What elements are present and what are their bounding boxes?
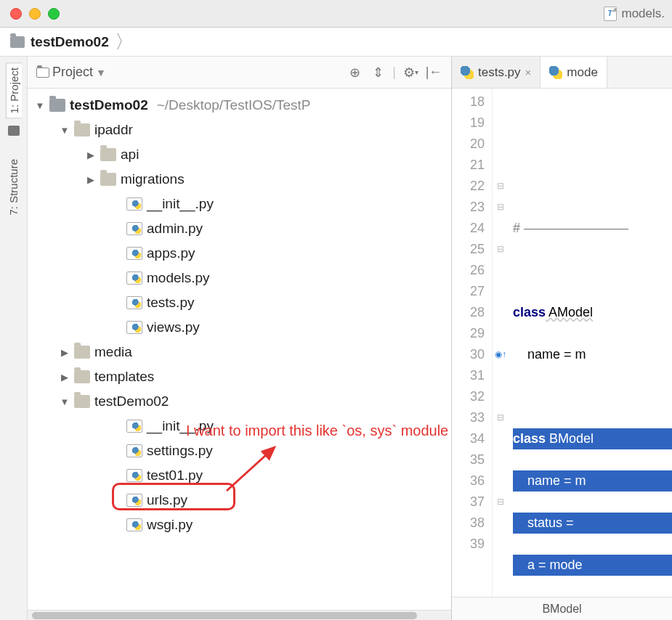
tree-folder-api[interactable]: api — [28, 142, 451, 167]
tree-file-settings[interactable]: settings.py — [28, 439, 451, 463]
editor-breadcrumb-label: BModel — [542, 603, 581, 616]
close-tab-icon[interactable]: × — [525, 66, 532, 78]
rail-tab-project[interactable]: 1: Project — [6, 62, 22, 118]
horizontal-scrollbar[interactable] — [28, 610, 451, 620]
disclosure-triangle-icon[interactable] — [86, 150, 96, 160]
python-file-icon — [126, 296, 142, 309]
tree-label: models.py — [147, 270, 210, 286]
close-window-button[interactable] — [10, 8, 22, 20]
tree-label: tests.py — [147, 295, 194, 311]
tree-label: admin.py — [147, 221, 203, 237]
tree-file-admin[interactable]: admin.py — [28, 216, 451, 241]
tree-label: testDemo02 — [94, 393, 169, 409]
disclosure-triangle-icon[interactable] — [35, 100, 45, 111]
python-file-icon — [126, 518, 142, 531]
tree-file-urls[interactable]: urls.py — [28, 488, 451, 513]
tree-label: media — [94, 344, 132, 360]
rail-tab-structure-label: 7: Structure — [7, 159, 20, 216]
minimize-window-button[interactable] — [29, 8, 41, 20]
workspace: 1: Project 7: Structure Project ▼ ⊕ ⇕ | … — [0, 57, 672, 620]
line-number-gutter[interactable]: 18 19 20 21 22 23 24 25 26 27 28 29 30 3… — [452, 89, 493, 597]
title-bar: models. — [0, 0, 672, 28]
editor-tabs: tests.py × mode — [452, 57, 672, 89]
editor-tab-models[interactable]: mode — [541, 57, 607, 88]
tree-label: urls.py — [147, 492, 187, 508]
breadcrumb[interactable]: testDemo02 〉 — [0, 28, 672, 57]
tree-file-views[interactable]: views.py — [28, 315, 451, 340]
project-view-label: Project — [52, 65, 93, 80]
folder-icon — [36, 68, 49, 78]
scrollbar-thumb[interactable] — [32, 612, 417, 619]
tree-file-models[interactable]: models.py — [28, 266, 451, 290]
python-file-icon — [126, 321, 142, 334]
tree-file-init[interactable]: __init__.py — [28, 192, 451, 216]
tree-label: wsgi.py — [147, 517, 193, 533]
zoom-window-button[interactable] — [48, 8, 60, 20]
tree-root-path: ~/Desktop/TestIOS/TestP — [157, 97, 311, 113]
project-panel-header: Project ▼ ⊕ ⇕ | ⚙▾ |← — [28, 57, 451, 89]
tab-label: mode — [567, 65, 598, 80]
editor-breadcrumb[interactable]: BModel — [452, 597, 672, 620]
hide-panel-icon[interactable]: |← — [425, 64, 442, 81]
disclosure-triangle-icon[interactable] — [60, 396, 70, 407]
tree-label: views.py — [147, 319, 200, 335]
chevron-down-icon: ▼ — [96, 67, 106, 78]
fold-gutter[interactable]: ⊟⊟ ⊟ ◉↑ ⊟⊟ — [493, 89, 509, 597]
tree-file-wsgi[interactable]: wsgi.py — [28, 513, 451, 537]
tree-label: api — [121, 147, 139, 163]
tree-label: test01.py — [147, 468, 203, 484]
chevron-right-icon: 〉 — [115, 29, 134, 54]
project-view-selector[interactable]: Project ▼ — [36, 65, 106, 80]
python-file-icon — [549, 66, 562, 79]
tree-folder-ipaddr[interactable]: ipaddr — [28, 118, 451, 142]
editor-tab-tests[interactable]: tests.py × — [452, 57, 541, 88]
folder-icon — [74, 395, 90, 408]
disclosure-triangle-icon[interactable] — [60, 372, 70, 383]
tree-label: apps.py — [147, 245, 195, 261]
folder-icon — [49, 99, 65, 112]
project-tree[interactable]: testDemo02 ~/Desktop/TestIOS/TestP ipadd… — [28, 89, 451, 610]
python-file-icon — [126, 222, 142, 235]
tool-window-rail: 1: Project 7: Structure — [0, 57, 28, 620]
window-title: models. — [604, 7, 665, 21]
disclosure-triangle-icon[interactable] — [60, 125, 70, 136]
tab-label: tests.py — [478, 65, 521, 80]
code-content[interactable]: # ———————— class AModel name = m class B… — [509, 89, 672, 597]
python-file-icon — [126, 494, 142, 507]
editor-body[interactable]: 18 19 20 21 22 23 24 25 26 27 28 29 30 3… — [452, 89, 672, 597]
folder-icon — [74, 346, 90, 359]
tree-folder-templates[interactable]: templates — [28, 364, 451, 389]
tree-label: migrations — [121, 171, 185, 187]
tree-root[interactable]: testDemo02 ~/Desktop/TestIOS/TestP — [28, 93, 451, 118]
tree-folder-migrations[interactable]: migrations — [28, 167, 451, 192]
editor-area: tests.py × mode 18 19 20 21 22 23 24 25 … — [452, 57, 672, 620]
tree-root-label: testDemo02 — [70, 97, 148, 113]
folder-icon — [10, 36, 25, 48]
locate-icon[interactable]: ⊕ — [346, 64, 363, 81]
python-file-icon — [461, 66, 474, 79]
tree-file-init2[interactable]: __init__.py — [28, 414, 451, 439]
python-file-icon — [126, 444, 142, 457]
python-file-icon — [126, 197, 142, 211]
tree-label: templates — [94, 369, 154, 385]
disclosure-triangle-icon[interactable] — [86, 174, 96, 185]
python-file-icon — [126, 420, 142, 433]
tree-file-apps[interactable]: apps.py — [28, 241, 451, 266]
traffic-lights — [10, 8, 60, 20]
tree-file-test01[interactable]: test01.py — [28, 463, 451, 488]
rail-tab-project-label: 1: Project — [8, 68, 20, 113]
tree-label: __init__.py — [147, 418, 214, 434]
disclosure-triangle-icon[interactable] — [60, 347, 70, 358]
window-title-text: models. — [621, 7, 665, 21]
project-panel: Project ▼ ⊕ ⇕ | ⚙▾ |← testDemo02 ~/Deskt… — [28, 57, 452, 620]
tree-file-tests[interactable]: tests.py — [28, 290, 451, 315]
collapse-icon[interactable]: ⇕ — [369, 64, 386, 81]
tree-folder-media[interactable]: media — [28, 340, 451, 364]
rail-mini-icon[interactable] — [8, 126, 20, 136]
folder-icon — [74, 123, 90, 136]
breadcrumb-root[interactable]: testDemo02 — [31, 34, 109, 50]
folder-icon — [100, 148, 116, 161]
gear-icon[interactable]: ⚙▾ — [402, 64, 419, 81]
tree-folder-testdemo02[interactable]: testDemo02 — [28, 389, 451, 414]
rail-tab-structure[interactable]: 7: Structure — [6, 155, 21, 220]
